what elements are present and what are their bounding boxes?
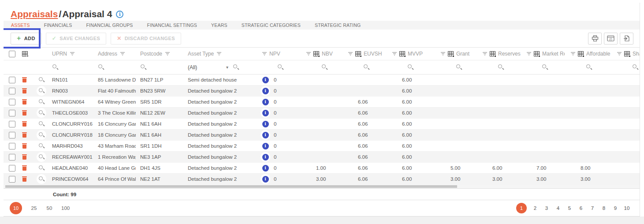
trash-icon[interactable] bbox=[22, 99, 27, 105]
tab-strategic-categories[interactable]: STRATEGIC CATEGORIES bbox=[242, 21, 301, 30]
cell-uprn[interactable]: THECLOSE003 bbox=[48, 110, 93, 116]
cell-npv[interactable]: 0 bbox=[256, 174, 300, 184]
search-icon[interactable] bbox=[38, 99, 45, 105]
trash-icon[interactable] bbox=[22, 176, 27, 182]
trash-icon[interactable] bbox=[22, 165, 27, 171]
cell-postcode[interactable]: NE1 6AH bbox=[136, 121, 183, 127]
filter-nbv[interactable] bbox=[300, 64, 342, 71]
row-checkbox[interactable] bbox=[9, 110, 15, 116]
cell-euvsh[interactable]: 6.06 bbox=[342, 132, 386, 138]
cell-euvsh[interactable]: 6.06 bbox=[342, 110, 386, 116]
trash-icon[interactable] bbox=[22, 110, 27, 116]
tab-years[interactable]: YEARS bbox=[211, 21, 227, 30]
filter-icon[interactable] bbox=[306, 52, 311, 56]
column-header-reserves[interactable]: Reserves bbox=[476, 51, 521, 57]
cell-euvsh[interactable]: 6.06 bbox=[342, 154, 386, 160]
cell-asset-type[interactable]: Detached bungalow 2 bbox=[183, 132, 256, 138]
filter-shared[interactable] bbox=[611, 64, 640, 71]
cell-address[interactable]: 43 Marham Road Su... bbox=[93, 143, 136, 149]
trash-icon[interactable] bbox=[22, 143, 27, 149]
cell-npv[interactable]: 0 bbox=[256, 86, 300, 96]
column-header-affordable-rent[interactable]: Affordable Re bbox=[565, 51, 611, 57]
cell-market-rent[interactable]: 3.00 bbox=[521, 176, 565, 182]
search-icon[interactable] bbox=[38, 176, 45, 183]
row-checkbox[interactable] bbox=[9, 88, 15, 94]
trash-icon[interactable] bbox=[22, 132, 27, 138]
cell-grant[interactable]: 3.00 bbox=[435, 176, 476, 182]
filter-address[interactable] bbox=[93, 64, 136, 71]
grid-edit-icon[interactable] bbox=[22, 51, 28, 56]
cell-mvvp[interactable]: 6.00 bbox=[386, 176, 435, 182]
cell-postcode[interactable]: SR5 1DR bbox=[136, 99, 183, 105]
cell-npv[interactable]: 0 bbox=[256, 75, 300, 85]
cell-asset-type[interactable]: Semi detached house bbox=[183, 77, 256, 82]
column-header-euvsh[interactable]: EUVSH bbox=[342, 51, 386, 57]
tab-financials[interactable]: FINANCIALS bbox=[44, 21, 72, 30]
column-header-address[interactable]: Address bbox=[93, 51, 136, 57]
cell-euvsh[interactable]: 6.06 bbox=[342, 165, 386, 171]
cell-euvsh[interactable]: 6.06 bbox=[342, 99, 386, 105]
cell-postcode[interactable]: NE12 2EW bbox=[136, 110, 183, 116]
cell-asset-type[interactable]: Detached bungalow 2 bbox=[183, 154, 256, 160]
filter-market-rent[interactable] bbox=[521, 64, 565, 71]
cell-npv[interactable]: 0 bbox=[256, 130, 300, 140]
add-button[interactable]: ADD bbox=[11, 33, 41, 45]
cell-uprn[interactable]: RN003 bbox=[48, 88, 93, 93]
cell-postcode[interactable]: BN23 5RW bbox=[136, 88, 183, 93]
cell-postcode[interactable]: SR1 1DH bbox=[136, 143, 183, 149]
page-size-50[interactable]: 50 bbox=[46, 205, 53, 211]
cell-asset-type[interactable]: Detached bungalow 2 bbox=[183, 176, 256, 182]
filter-uprn[interactable] bbox=[48, 64, 93, 71]
filter-icon[interactable] bbox=[70, 52, 74, 56]
cell-address[interactable]: Flat 40 Falmouth Cl... bbox=[93, 88, 136, 93]
page-5[interactable]: 5 bbox=[566, 205, 573, 211]
cell-uprn[interactable]: MARHRD043 bbox=[48, 143, 93, 149]
page-10[interactable]: 10 bbox=[624, 205, 630, 211]
cell-address[interactable]: 40 Head Lane Great ... bbox=[93, 165, 136, 171]
search-icon[interactable] bbox=[38, 77, 45, 83]
cell-euvsh[interactable]: 6.06 bbox=[342, 121, 386, 127]
filter-euvsh[interactable] bbox=[342, 64, 386, 71]
cell-npv[interactable]: 0 bbox=[256, 141, 300, 151]
cell-asset-type[interactable]: Detached bungalow 2 bbox=[183, 110, 256, 116]
cell-address[interactable]: 85 Lansdowne Drive... bbox=[93, 77, 136, 82]
cell-reserves[interactable]: 3.00 bbox=[476, 176, 521, 182]
save-changes-button[interactable]: SAVE CHANGES bbox=[46, 33, 106, 45]
asset-type-filter-value[interactable]: (All) bbox=[188, 64, 197, 71]
trash-icon[interactable] bbox=[22, 77, 27, 83]
column-header-market-rent[interactable]: Market Rent bbox=[521, 51, 565, 57]
page-size-100[interactable]: 100 bbox=[61, 205, 70, 211]
filter-icon[interactable] bbox=[348, 52, 353, 56]
page-3[interactable]: 3 bbox=[543, 205, 550, 211]
search-icon[interactable] bbox=[38, 154, 45, 161]
row-checkbox[interactable] bbox=[9, 143, 15, 149]
cell-mvvp[interactable]: 6.00 bbox=[386, 165, 435, 171]
page-1[interactable]: 1 bbox=[516, 203, 527, 213]
filter-icon[interactable] bbox=[617, 52, 622, 56]
select-all-checkbox[interactable] bbox=[9, 51, 15, 57]
cell-mvvp[interactable]: 6.00 bbox=[386, 132, 435, 138]
cell-npv[interactable]: 0 bbox=[256, 108, 300, 118]
cell-reserves[interactable]: 6.00 bbox=[476, 165, 521, 171]
cell-npv[interactable]: 0 bbox=[256, 97, 300, 107]
search-icon[interactable] bbox=[38, 121, 45, 127]
column-header-asset-type[interactable]: Asset Type bbox=[183, 51, 256, 57]
filter-icon[interactable] bbox=[527, 52, 531, 56]
cell-address[interactable]: 3 The Close Killingw... bbox=[93, 110, 136, 116]
trash-icon[interactable] bbox=[22, 154, 27, 160]
print-button[interactable] bbox=[588, 33, 602, 45]
page-8[interactable]: 8 bbox=[601, 205, 607, 211]
cell-uprn[interactable]: CLONCURRY018 bbox=[48, 132, 93, 138]
cell-asset-type[interactable]: Detached bungalow 2 bbox=[183, 121, 256, 127]
cell-address[interactable]: 16 Cloncurry Garden... bbox=[93, 121, 136, 127]
cell-asset-type[interactable]: Detached bungalow 2 bbox=[183, 88, 256, 93]
cell-nbv[interactable]: 3.00 bbox=[300, 176, 342, 182]
filter-grant[interactable] bbox=[435, 64, 476, 71]
column-header-npv[interactable]: NPV bbox=[256, 51, 300, 57]
row-checkbox[interactable] bbox=[9, 165, 15, 172]
tab-assets[interactable]: ASSETS bbox=[11, 21, 30, 30]
filter-icon[interactable] bbox=[165, 52, 170, 56]
cell-euvsh[interactable]: 6.06 bbox=[342, 143, 386, 149]
cell-mvvp[interactable]: 6.00 bbox=[386, 99, 435, 105]
column-header-uprn[interactable]: UPRN bbox=[48, 51, 93, 57]
